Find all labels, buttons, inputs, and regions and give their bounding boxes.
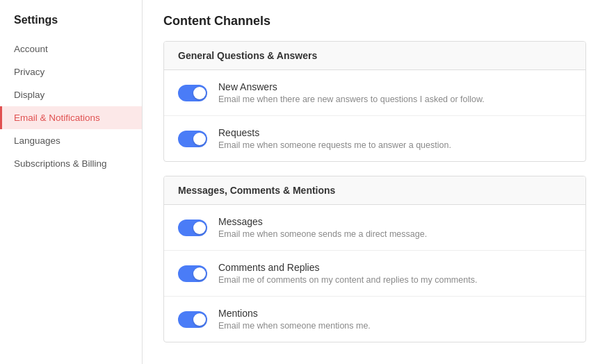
section-header-messages-comments: Messages, Comments & Mentions — [164, 176, 585, 205]
setting-info-mentions: MentionsEmail me when someone mentions m… — [218, 308, 371, 331]
main-content: Content Channels General Questions & Ans… — [143, 0, 607, 364]
sidebar-title: Settings — [0, 14, 142, 38]
setting-row-mentions: MentionsEmail me when someone mentions m… — [164, 297, 585, 342]
sidebar-item-account[interactable]: Account — [0, 38, 142, 60]
setting-row-comments-replies: Comments and RepliesEmail me of comments… — [164, 251, 585, 297]
setting-name-mentions: Mentions — [218, 308, 371, 319]
sidebar: Settings AccountPrivacyDisplayEmail & No… — [0, 0, 143, 364]
setting-desc-new-answers: Email me when there are new answers to q… — [218, 94, 485, 104]
section-header-general-qa: General Questions & Answers — [164, 42, 585, 70]
setting-info-messages: MessagesEmail me when someone sends me a… — [218, 216, 427, 239]
setting-name-comments-replies: Comments and Replies — [218, 262, 477, 273]
toggle-messages[interactable] — [178, 220, 207, 236]
setting-desc-messages: Email me when someone sends me a direct … — [218, 229, 427, 239]
toggle-thumb-requests — [193, 133, 206, 145]
setting-row-new-answers: New AnswersEmail me when there are new a… — [164, 70, 585, 116]
setting-row-messages: MessagesEmail me when someone sends me a… — [164, 205, 585, 251]
setting-info-requests: RequestsEmail me when someone requests m… — [218, 127, 451, 150]
setting-info-comments-replies: Comments and RepliesEmail me of comments… — [218, 262, 477, 285]
sidebar-item-email-notifications[interactable]: Email & Notifications — [0, 106, 142, 129]
setting-desc-mentions: Email me when someone mentions me. — [218, 321, 371, 331]
toggle-thumb-messages — [193, 222, 206, 234]
sidebar-item-languages[interactable]: Languages — [0, 129, 142, 152]
toggle-thumb-mentions — [193, 313, 206, 326]
setting-name-new-answers: New Answers — [218, 81, 485, 92]
setting-desc-comments-replies: Email me of comments on my content and r… — [218, 275, 477, 285]
setting-info-new-answers: New AnswersEmail me when there are new a… — [218, 81, 485, 104]
page-title: Content Channels — [163, 14, 586, 28]
sidebar-item-display[interactable]: Display — [0, 83, 142, 106]
toggle-mentions[interactable] — [178, 311, 207, 328]
setting-name-messages: Messages — [218, 216, 427, 227]
toggle-new-answers[interactable] — [178, 85, 207, 101]
setting-name-requests: Requests — [218, 127, 451, 138]
section-messages-comments: Messages, Comments & MentionsMessagesEma… — [163, 176, 586, 342]
toggle-requests[interactable] — [178, 131, 207, 147]
setting-row-requests: RequestsEmail me when someone requests m… — [164, 116, 585, 161]
section-general-qa: General Questions & AnswersNew AnswersEm… — [163, 41, 586, 162]
setting-desc-requests: Email me when someone requests me to ans… — [218, 140, 451, 150]
sidebar-item-privacy[interactable]: Privacy — [0, 60, 142, 83]
toggle-thumb-new-answers — [193, 87, 206, 99]
toggle-comments-replies[interactable] — [178, 265, 207, 282]
sidebar-item-subscriptions-billing[interactable]: Subscriptions & Billing — [0, 152, 142, 175]
toggle-thumb-comments-replies — [193, 267, 206, 280]
